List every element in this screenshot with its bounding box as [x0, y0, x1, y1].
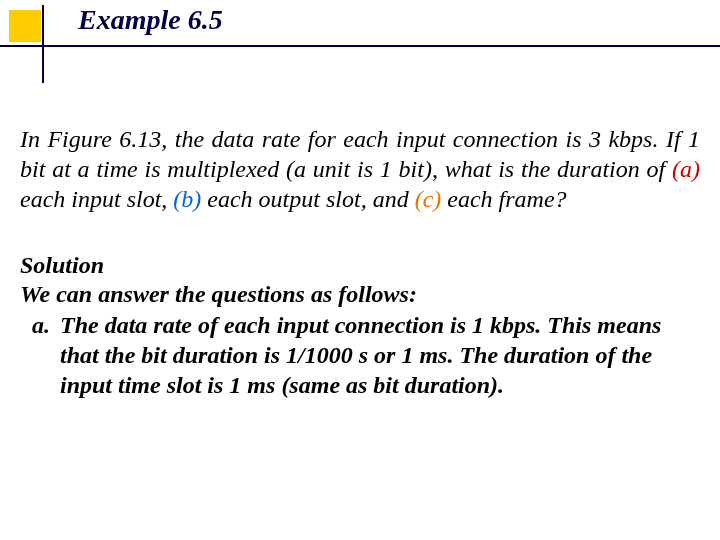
- question-c-label: (c): [415, 186, 442, 212]
- solution-item-a-text: The data rate of each input connection i…: [60, 312, 661, 398]
- title-bar: Example 6.5: [0, 0, 720, 48]
- question-a-label: (a): [672, 156, 700, 182]
- content: In Figure 6.13, the data rate for each i…: [20, 124, 700, 400]
- question-a-text: each input slot,: [20, 186, 173, 212]
- solution-item-a-letter: a.: [32, 310, 60, 340]
- question-c-text: each frame?: [441, 186, 566, 212]
- solution-heading: Solution: [20, 252, 700, 279]
- question-pre: In Figure 6.13, the data rate for each i…: [20, 126, 700, 182]
- question-b-text: each output slot, and: [201, 186, 414, 212]
- title-bullet: [9, 10, 41, 42]
- question-b-label: (b): [173, 186, 201, 212]
- title-vline: [42, 5, 44, 83]
- title-hline: [0, 45, 720, 47]
- solution-intro: We can answer the questions as follows:: [20, 281, 700, 308]
- solution-item-a: a.The data rate of each input connection…: [20, 310, 700, 400]
- page-title: Example 6.5: [78, 4, 223, 36]
- question-paragraph: In Figure 6.13, the data rate for each i…: [20, 124, 700, 214]
